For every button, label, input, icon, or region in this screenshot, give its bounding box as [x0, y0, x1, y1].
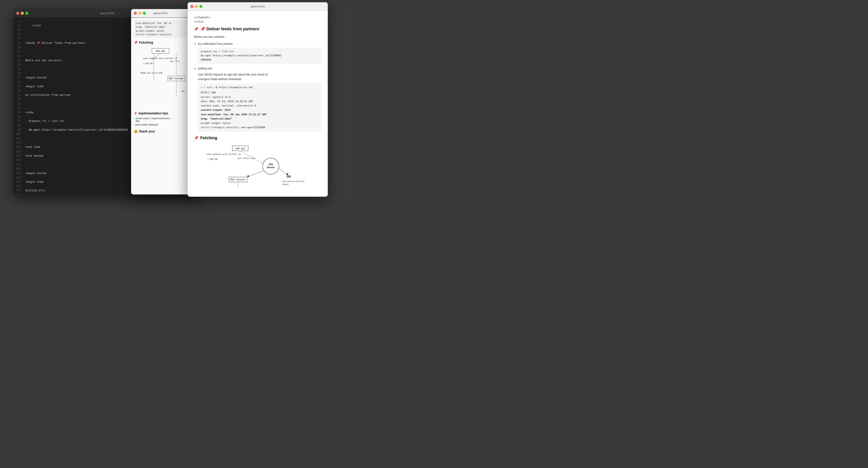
variant-polling: polling urls Use HEAD request for get in…	[198, 66, 321, 132]
svg-text:←—200 OK—: ←—200 OK—	[208, 158, 219, 160]
http-date: date: Wed, 24 Jun 2020 10:38:55 GMT	[201, 99, 319, 103]
maximize-button[interactable]	[25, 12, 28, 15]
pin-icon-fetching: 📌	[134, 41, 138, 44]
svg-line-27	[247, 171, 264, 177]
svg-text:send webhook with partner id: send webhook with partner id	[143, 57, 177, 59]
middle-titlebar: about-RSS	[131, 9, 190, 18]
pin-icon-impl: 📌	[134, 112, 137, 115]
titlebar-buttons-mid	[134, 12, 146, 15]
svg-text:objects: objects	[282, 183, 289, 185]
svg-text:web api: web api	[236, 147, 245, 150]
rendered-title: about-RSS	[250, 5, 265, 8]
http-accept-ranges: accept-ranges: bytes	[201, 121, 319, 125]
fetching-diagram-right-svg: web api Job Server send webhook with par…	[194, 144, 316, 189]
http-headers-top: last-modified: Tue, 09 Ju etag: "5edfcc1…	[134, 20, 187, 38]
close-button-mid[interactable]	[134, 12, 137, 15]
deliver-heading: 📌 Deliver feeds from partners	[200, 26, 259, 32]
http-server: server: nginx/1.17.6	[201, 95, 319, 99]
titlebar-buttons	[16, 12, 28, 15]
impl-title: implementation tips	[138, 112, 168, 115]
svg-text:RSS fetcher: RSS fetcher	[169, 77, 184, 80]
svg-text:web api: web api	[156, 50, 165, 52]
strict-transport-line: strict-transport-security	[135, 33, 185, 36]
maximize-button-right[interactable]	[199, 5, 202, 8]
svg-text:put fetch task: put fetch task	[238, 157, 255, 159]
close-tags: </channel> </rss>	[194, 15, 321, 24]
http-response-block: → ~ curl -I https://example/rss.xml HTTP…	[198, 84, 321, 132]
svg-text:Server: Server	[267, 166, 275, 169]
close-button-right[interactable]	[190, 5, 193, 8]
http-last-modified: last-modified: Tue, 09 Jun 2020 17:51:17…	[201, 112, 319, 117]
svg-text:put fetc: put fetc	[170, 60, 180, 62]
etag-line: etag: "5edfcc15-10e3"	[135, 25, 185, 29]
fetching-diagram-right: web api Job Server send webhook with par…	[194, 144, 321, 190]
deliver-heading-row: 📌 📌 Deliver feeds from partners	[194, 26, 321, 32]
fetching-title: Fetching	[139, 40, 153, 44]
thankyou-text: thank you!	[139, 129, 155, 133]
http-strict-transport: strict-transport-security: max-age=31536…	[201, 125, 319, 129]
middle-title: about-RSS	[153, 11, 168, 15]
pin-icon-deliver: 📌	[194, 26, 198, 32]
impl-item-1: • stream parse ( expat based pars...file…	[134, 117, 187, 122]
svg-text:←—200 OK—: ←—200 OK—	[143, 62, 154, 65]
svg-text:send webhook with partner id: send webhook with partner id	[206, 153, 241, 155]
rendered-window: about-RSS </channel> </rss> 📌 📌 Deliver …	[188, 2, 328, 197]
http-content-type: content-type: text/xml; charset=utf-8	[201, 103, 319, 108]
notify-code: prepare_rss > list.rss && wget https://e…	[198, 48, 321, 64]
http-etag: etag: "5edfcc15-10e3"	[201, 117, 319, 121]
pin-icon-fetching-right: 📌	[194, 135, 198, 141]
minimize-button[interactable]	[21, 12, 24, 15]
line-numbers: 74 75 76 77 78 79 80 81 82 83 84 85 86 8…	[13, 18, 23, 194]
minimize-button-right[interactable]	[195, 5, 198, 8]
where-variants: Where are two variants:	[194, 35, 321, 39]
svg-marker-28	[247, 175, 249, 177]
variants-list: by notification from partner prepare_rss…	[198, 41, 321, 132]
close-button[interactable]	[16, 12, 19, 15]
polling-desc: Use HEAD request for get info about file…	[198, 72, 321, 82]
svg-text:HEAD and fetch RSS: HEAD and fetch RSS	[141, 72, 163, 74]
rss-close: </rss>	[194, 20, 321, 24]
titlebar-buttons-right	[190, 5, 202, 8]
editor-title: about-RSS	[100, 11, 115, 15]
smile-icon: 😃	[134, 129, 138, 133]
middle-panel: about-RSS last-modified: Tue, 09 Ju etag…	[131, 9, 190, 194]
curl-cmd: → ~ curl -I https://example/rss.xml	[201, 85, 319, 90]
fetching-heading-row: 📌 Fetching	[194, 135, 321, 141]
fetching-diagram-svg: web api send webhook with partner id ←—2…	[134, 46, 187, 110]
svg-text:upl: upl	[181, 90, 185, 92]
http-content-length: content-length: 4323	[201, 108, 319, 112]
rendered-content: </channel> </rss> 📌 📌 Deliver feeds from…	[188, 11, 328, 197]
svg-text:RSS fetcher: RSS fetcher	[230, 178, 246, 181]
fetching-header: 📌 Fetching	[134, 40, 187, 44]
fetching-heading: Fetching	[200, 135, 217, 141]
maximize-button-mid[interactable]	[143, 12, 146, 15]
last-modified-line: last-modified: Tue, 09 Ju	[135, 21, 185, 25]
rendered-titlebar: about-RSS	[188, 2, 328, 11]
svg-text:Store partners items and: Store partners items and	[282, 180, 305, 183]
svg-text:Job: Job	[269, 163, 273, 165]
variant-notification: by notification from partner prepare_rss…	[198, 41, 321, 64]
http-200: HTTP/2 200	[201, 90, 319, 95]
accept-ranges-line: accept-ranges: bytes	[135, 29, 185, 33]
impl-header: 📌 implementation tips	[134, 112, 187, 115]
minimize-button-mid[interactable]	[138, 12, 141, 15]
thankyou-section: 😃 thank you!	[134, 129, 187, 133]
diagram-svg-wrapper: web api send webhook with partner id ←—2…	[134, 46, 187, 111]
channel-close: </channel>	[194, 15, 321, 20]
impl-tips-section: 📌 implementation tips • stream parse ( e…	[134, 112, 187, 126]
middle-content: last-modified: Tue, 09 Ju etag: "5edfcc1…	[131, 18, 190, 194]
svg-text:DB: DB	[287, 175, 291, 178]
impl-item-2: • bulk update database	[134, 123, 187, 126]
